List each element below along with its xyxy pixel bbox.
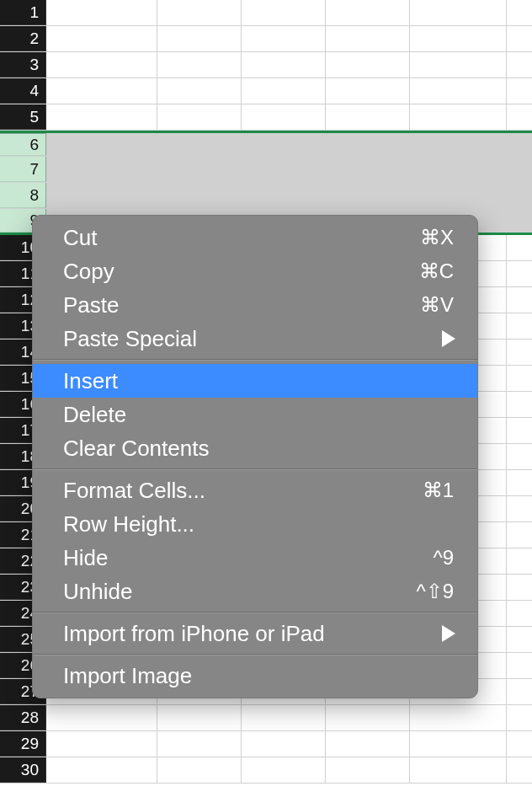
cell[interactable] xyxy=(410,133,507,156)
cell[interactable] xyxy=(242,757,326,783)
cell[interactable] xyxy=(507,366,532,391)
cell[interactable] xyxy=(507,679,532,704)
row-header[interactable]: 7 xyxy=(0,157,46,182)
cell[interactable] xyxy=(507,522,532,548)
cell[interactable] xyxy=(410,52,507,78)
cell[interactable] xyxy=(157,52,242,78)
cell[interactable] xyxy=(157,104,242,130)
cell[interactable] xyxy=(326,26,410,51)
cell[interactable] xyxy=(242,26,326,51)
cell[interactable] xyxy=(507,340,532,365)
spreadsheet-row[interactable]: 1 xyxy=(0,0,532,26)
row-header[interactable]: 30 xyxy=(0,757,46,783)
cell[interactable] xyxy=(507,313,532,339)
cell[interactable] xyxy=(507,52,532,78)
cell[interactable] xyxy=(242,133,326,156)
cell[interactable] xyxy=(507,601,532,626)
cell[interactable] xyxy=(242,104,326,130)
cell[interactable] xyxy=(46,104,157,130)
row-header[interactable]: 1 xyxy=(0,0,46,25)
spreadsheet-row[interactable]: 4 xyxy=(0,78,532,104)
cell[interactable] xyxy=(507,757,532,783)
cell[interactable] xyxy=(507,287,532,313)
cell[interactable] xyxy=(157,705,242,730)
cell[interactable] xyxy=(410,26,507,51)
cell[interactable] xyxy=(326,705,410,730)
menu-item-import-image[interactable]: Import Image xyxy=(33,659,477,693)
cell[interactable] xyxy=(326,0,410,25)
spreadsheet-row[interactable]: 30 xyxy=(0,757,532,784)
menu-item-row-height[interactable]: Row Height... xyxy=(33,507,477,541)
cell[interactable] xyxy=(242,705,326,730)
cell[interactable] xyxy=(326,731,410,757)
cell[interactable] xyxy=(46,731,157,757)
cell[interactable] xyxy=(242,52,326,78)
menu-item-insert[interactable]: Insert xyxy=(33,364,477,398)
cell[interactable] xyxy=(507,133,532,156)
cell[interactable] xyxy=(157,78,242,104)
row-header[interactable]: 3 xyxy=(0,52,46,78)
cell[interactable] xyxy=(242,731,326,757)
cell[interactable] xyxy=(157,183,242,208)
cell[interactable] xyxy=(507,392,532,417)
cell[interactable] xyxy=(242,157,326,182)
menu-item-paste[interactable]: Paste⌘V xyxy=(33,288,477,322)
cell[interactable] xyxy=(507,705,532,730)
spreadsheet-row[interactable]: 29 xyxy=(0,731,532,757)
cell[interactable] xyxy=(507,653,532,678)
row-header[interactable]: 2 xyxy=(0,26,46,51)
cell[interactable] xyxy=(157,0,242,25)
cell[interactable] xyxy=(507,235,532,260)
row-header[interactable]: 5 xyxy=(0,104,46,130)
cell[interactable] xyxy=(157,757,242,783)
cell[interactable] xyxy=(46,705,157,730)
cell[interactable] xyxy=(326,78,410,104)
menu-item-copy[interactable]: Copy⌘C xyxy=(33,254,477,288)
cell[interactable] xyxy=(507,78,532,104)
cell[interactable] xyxy=(46,78,157,104)
cell[interactable] xyxy=(410,104,507,130)
cell[interactable] xyxy=(410,705,507,730)
row-header[interactable]: 8 xyxy=(0,183,46,208)
cell[interactable] xyxy=(46,26,157,51)
menu-item-format-cells[interactable]: Format Cells...⌘1 xyxy=(33,473,477,507)
cell[interactable] xyxy=(410,157,507,182)
cell[interactable] xyxy=(507,627,532,652)
cell[interactable] xyxy=(46,757,157,783)
spreadsheet-row[interactable]: 5 xyxy=(0,104,532,131)
cell[interactable] xyxy=(507,496,532,522)
cell[interactable] xyxy=(507,26,532,51)
cell[interactable] xyxy=(507,548,532,574)
cell[interactable] xyxy=(507,0,532,25)
cell[interactable] xyxy=(410,0,507,25)
cell[interactable] xyxy=(326,104,410,130)
menu-item-clear-contents[interactable]: Clear Contents xyxy=(33,431,477,465)
cell[interactable] xyxy=(46,157,157,182)
cell[interactable] xyxy=(326,133,410,156)
menu-item-paste-special[interactable]: Paste Special xyxy=(33,322,477,356)
cell[interactable] xyxy=(507,157,532,182)
cell[interactable] xyxy=(507,470,532,495)
cell[interactable] xyxy=(326,757,410,783)
cell[interactable] xyxy=(410,731,507,757)
cell[interactable] xyxy=(46,183,157,208)
cell[interactable] xyxy=(326,183,410,208)
cell[interactable] xyxy=(157,731,242,757)
menu-item-unhide[interactable]: Unhide^⇧9 xyxy=(33,575,477,608)
row-header[interactable]: 6 xyxy=(0,133,46,156)
spreadsheet-row[interactable]: 6 xyxy=(0,131,532,157)
cell[interactable] xyxy=(507,209,532,233)
menu-item-delete[interactable]: Delete xyxy=(33,398,477,431)
cell[interactable] xyxy=(326,52,410,78)
cell[interactable] xyxy=(157,26,242,51)
cell[interactable] xyxy=(46,0,157,25)
row-header[interactable]: 29 xyxy=(0,731,46,757)
cell[interactable] xyxy=(507,261,532,286)
cell[interactable] xyxy=(242,183,326,208)
cell[interactable] xyxy=(507,183,532,208)
cell[interactable] xyxy=(507,104,532,130)
row-header[interactable]: 28 xyxy=(0,705,46,730)
spreadsheet-row[interactable]: 28 xyxy=(0,705,532,731)
menu-item-hide[interactable]: Hide^9 xyxy=(33,541,477,575)
menu-item-cut[interactable]: Cut⌘X xyxy=(33,221,477,254)
